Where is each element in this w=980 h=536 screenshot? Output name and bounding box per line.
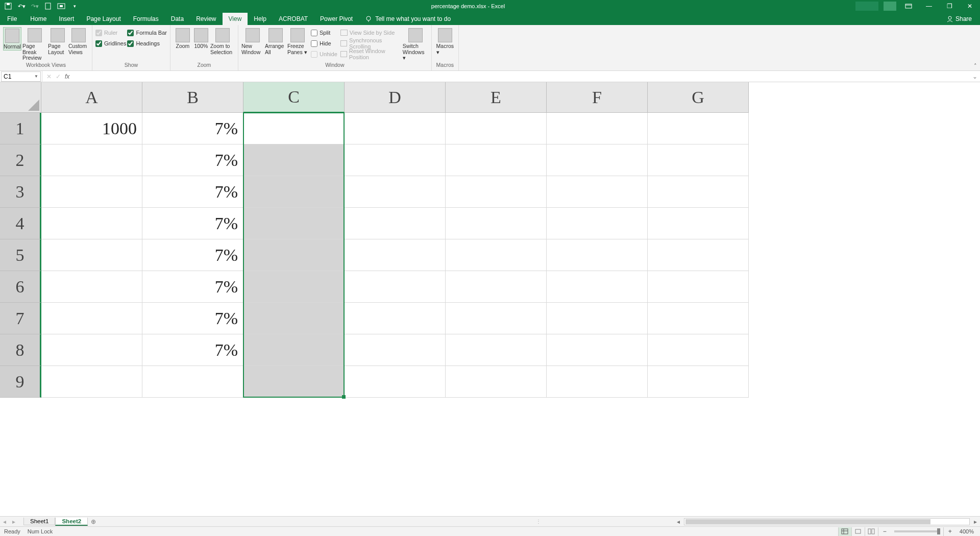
cell-B6[interactable]: 7% (142, 271, 243, 303)
cell-F4[interactable] (547, 208, 648, 239)
row-header-2[interactable]: 2 (0, 144, 41, 176)
cell-F1[interactable] (547, 113, 648, 144)
cell-D5[interactable] (345, 239, 446, 271)
row-header-5[interactable]: 5 (0, 239, 41, 271)
account-badge[interactable] (884, 2, 896, 11)
cell-F5[interactable] (547, 239, 648, 271)
new-icon[interactable] (42, 1, 54, 11)
custom-views-button[interactable]: Custom Views (68, 27, 89, 55)
cell-C5[interactable] (243, 239, 345, 271)
cell-B4[interactable]: 7% (142, 208, 243, 239)
cell-D3[interactable] (345, 176, 446, 208)
normal-view-button[interactable]: Normal (3, 27, 21, 51)
name-box-dropdown-icon[interactable]: ▼ (34, 74, 38, 79)
cell-C6[interactable] (243, 271, 345, 303)
cell-E7[interactable] (446, 303, 547, 334)
new-sheet-button[interactable]: ⊕ (88, 518, 99, 525)
maximize-button[interactable]: ❐ (939, 0, 960, 12)
cell-D6[interactable] (345, 271, 446, 303)
column-header-B[interactable]: B (142, 82, 243, 113)
row-header-6[interactable]: 6 (0, 271, 41, 303)
name-box[interactable]: C1 ▼ (1, 71, 41, 82)
page-break-preview-button[interactable]: Page Break Preview (22, 27, 47, 61)
column-header-E[interactable]: E (446, 82, 547, 113)
share-button[interactable]: Share (938, 13, 980, 25)
customize-qat-icon[interactable]: ▾ (68, 1, 81, 11)
zoom-in-button[interactable]: + (943, 527, 957, 536)
expand-formula-bar-icon[interactable]: ⌄ (970, 73, 980, 80)
cell-G1[interactable] (648, 113, 749, 144)
cell-A4[interactable] (41, 208, 142, 239)
cell-A1[interactable]: 1000 (41, 113, 142, 144)
cell-G3[interactable] (648, 176, 749, 208)
row-header-9[interactable]: 9 (0, 366, 41, 398)
tab-home[interactable]: Home (24, 13, 53, 25)
zoom-slider-handle[interactable] (937, 528, 940, 534)
cell-G2[interactable] (648, 144, 749, 176)
row-header-3[interactable]: 3 (0, 176, 41, 208)
cell-B8[interactable]: 7% (142, 334, 243, 366)
cell-D7[interactable] (345, 303, 446, 334)
page-layout-view-icon[interactable] (851, 527, 865, 536)
row-header-4[interactable]: 4 (0, 208, 41, 239)
account-area[interactable] (855, 2, 878, 11)
cell-D9[interactable] (345, 366, 446, 398)
worksheet-grid[interactable]: ABCDEFG 123456789 10007%7%7%7%7%7%7%7% (0, 82, 980, 516)
row-headers[interactable]: 123456789 (0, 113, 41, 516)
column-header-G[interactable]: G (648, 82, 749, 113)
cell-F2[interactable] (547, 144, 648, 176)
tab-view[interactable]: View (223, 13, 248, 25)
cell-E6[interactable] (446, 271, 547, 303)
cell-F9[interactable] (547, 366, 648, 398)
tab-acrobat[interactable]: ACROBAT (273, 13, 314, 25)
cell-C2[interactable] (243, 144, 345, 176)
tab-help[interactable]: Help (248, 13, 273, 25)
collapse-ribbon-icon[interactable]: ˄ (974, 63, 977, 69)
freeze-panes-button[interactable]: Freeze Panes ▾ (287, 27, 308, 55)
column-header-C[interactable]: C (243, 82, 345, 113)
normal-view-icon[interactable] (838, 527, 851, 536)
cell-A5[interactable] (41, 239, 142, 271)
zoom-level[interactable]: 400% (957, 528, 977, 534)
hscroll-track[interactable] (684, 518, 970, 525)
ribbon-display-options-icon[interactable] (898, 0, 919, 12)
sheet-nav-first-icon[interactable]: ◂ (0, 518, 9, 525)
cell-D2[interactable] (345, 144, 446, 176)
hscroll-right-icon[interactable]: ▸ (971, 518, 980, 525)
cell-E2[interactable] (446, 144, 547, 176)
cell-E3[interactable] (446, 176, 547, 208)
cell-G7[interactable] (648, 303, 749, 334)
cell-A3[interactable] (41, 176, 142, 208)
headings-checkbox[interactable]: Headings (127, 39, 167, 48)
tab-insert[interactable]: Insert (53, 13, 80, 25)
arrange-all-button[interactable]: Arrange All (265, 27, 286, 55)
minimize-button[interactable]: — (919, 0, 939, 12)
new-window-button[interactable]: New Window (241, 27, 264, 55)
sheet-tab-sheet1[interactable]: Sheet1 (23, 518, 55, 525)
tab-file[interactable]: File (0, 13, 24, 25)
hscroll-thumb[interactable] (685, 519, 930, 524)
zoom-out-button[interactable]: − (878, 527, 891, 536)
column-header-D[interactable]: D (345, 82, 446, 113)
cell-A6[interactable] (41, 271, 142, 303)
macros-button[interactable]: Macros▾ (435, 27, 455, 55)
column-headers[interactable]: ABCDEFG (41, 82, 980, 113)
zoom-slider[interactable] (894, 530, 940, 532)
switch-windows-button[interactable]: Switch Windows ▾ (403, 27, 428, 61)
cell-B5[interactable]: 7% (142, 239, 243, 271)
formula-input[interactable] (74, 71, 970, 82)
cell-G6[interactable] (648, 271, 749, 303)
cell-E8[interactable] (446, 334, 547, 366)
select-all-corner[interactable] (0, 82, 41, 113)
cell-B7[interactable]: 7% (142, 303, 243, 334)
tab-page-layout[interactable]: Page Layout (80, 13, 127, 25)
cell-D4[interactable] (345, 208, 446, 239)
cell-E1[interactable] (446, 113, 547, 144)
save-icon[interactable] (2, 1, 14, 11)
cell-D8[interactable] (345, 334, 446, 366)
redo-icon[interactable]: ↷▾ (29, 1, 41, 11)
sheet-nav-prev-icon[interactable]: ▸ (9, 518, 18, 525)
cell-E4[interactable] (446, 208, 547, 239)
horizontal-scrollbar[interactable]: ◂ ▸ (543, 518, 980, 525)
cell-C3[interactable] (243, 176, 345, 208)
